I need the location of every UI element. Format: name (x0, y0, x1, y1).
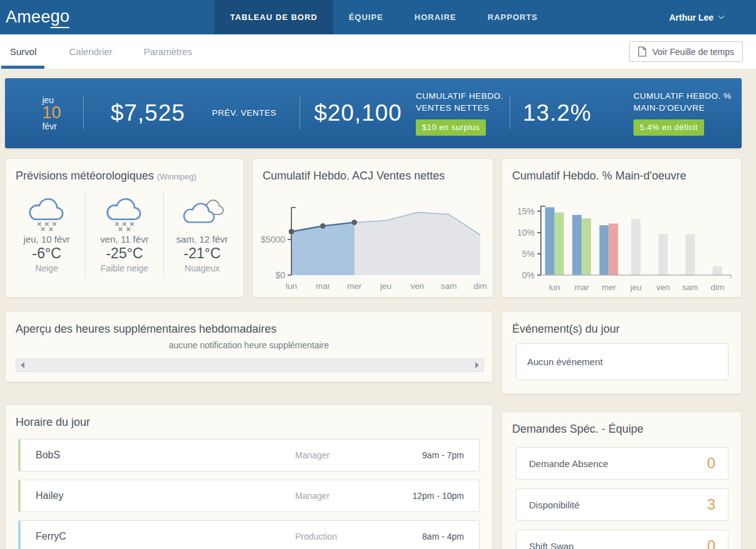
overtime-card: Aperçu des heures supplémentaires hebdom… (5, 311, 493, 382)
svg-text:sam: sam (441, 281, 457, 291)
tab-calendrier[interactable]: Calendrier (69, 34, 113, 69)
svg-text:ven: ven (657, 283, 670, 292)
overtime-empty-message: aucune notification heure supplémentaire (6, 340, 492, 350)
svg-text:$5000: $5000 (261, 234, 285, 244)
view-timesheet-button[interactable]: Voir Feuille de temps (629, 41, 743, 62)
net-sales-label-line2: VENTES NETTES (416, 103, 510, 114)
request-label: Shift Swap (529, 541, 574, 549)
weather-condition: Neige (8, 263, 85, 273)
svg-text:15%: 15% (517, 206, 535, 216)
arrow-left-icon[interactable] (21, 362, 24, 368)
employee-name: FerryC (36, 531, 295, 542)
request-count: 0 (707, 455, 715, 472)
weather-location: (Winnipeg) (157, 172, 196, 181)
schedule-row-hailey[interactable]: Hailey Manager 12pm - 10pm (18, 480, 480, 512)
nav-tab-horaire[interactable]: HORAIRE (399, 0, 472, 34)
nav-tab-equipe[interactable]: ÉQUIPE (333, 0, 399, 34)
request-rows: Demande Absence 0 Disponibilité 3 Shift … (502, 440, 741, 549)
weather-temp: -6°C (8, 245, 85, 262)
top-cards-row: Prévisions météorologiques (Winnipeg) je… (5, 158, 742, 298)
svg-text:jeu: jeu (380, 281, 391, 291)
svg-text:lun: lun (286, 281, 297, 291)
svg-text:mar: mar (575, 283, 590, 292)
overtime-horizontal-scrollbar[interactable] (16, 358, 484, 372)
weather-day-2: sam, 12 févr -21°C Nuageux (164, 193, 241, 278)
logo-text-underlined: go (51, 7, 70, 28)
arrow-right-icon[interactable] (475, 362, 479, 368)
employee-role: Production (295, 531, 389, 541)
employee-name: BobS (36, 450, 295, 461)
daily-schedule-card: Horaire du jour BobS Manager 9am - 7pm H… (5, 405, 493, 549)
weather-title-text: Prévisions météorologiques (16, 169, 154, 182)
banner-date-month: févr (42, 122, 61, 131)
net-sales-chart-card: Cumulatif Hebdo. ACJ Ventes nettes $0$50… (252, 158, 493, 298)
net-sales-value: $20,100 (300, 100, 416, 126)
logo-text: Amee (6, 8, 51, 27)
overtime-title: Aperçu des heures supplémentaires hebdom… (6, 312, 492, 340)
weather-day-0: jeu, 10 févr -6°C Neige (8, 193, 86, 278)
schedule-row-ferryc[interactable]: FerryC Production 8am - 4pm (18, 520, 480, 549)
svg-text:jeu: jeu (630, 283, 642, 292)
user-menu[interactable]: Arthur Lee (669, 0, 756, 34)
svg-text:dim: dim (473, 281, 487, 291)
svg-text:mer: mer (602, 283, 617, 292)
snow-cloud-icon (86, 194, 163, 234)
ameego-logo[interactable]: Ameego (0, 0, 214, 34)
request-row-absence[interactable]: Demande Absence 0 (516, 447, 728, 480)
labour-label-line1: CUMULATIF HEBDO. % (633, 91, 742, 103)
net-sales-surplus-badge: $10 en surplus (416, 119, 486, 136)
events-title: Événement(s) du jour (502, 312, 741, 340)
events-empty-box: Aucun événement (516, 343, 728, 380)
svg-text:0%: 0% (522, 270, 535, 280)
schedule-row-bobs[interactable]: BobS Manager 9am - 7pm (18, 439, 480, 471)
page-content: jeu 10 févr $7,525 PRÉV. VENTES $20,100 … (0, 69, 756, 549)
chevron-down-icon (718, 13, 725, 19)
svg-text:mer: mer (347, 281, 362, 291)
svg-text:dim: dim (710, 283, 724, 292)
weather-temp: -21°C (164, 245, 241, 262)
weather-condition: Nuageux (164, 263, 241, 273)
svg-text:$0: $0 (275, 270, 285, 280)
request-row-disponibilite[interactable]: Disponibilité 3 (516, 488, 728, 521)
weather-condition: Faible neige (86, 263, 163, 273)
labour-pct-bar-chart: lunmarmerjeuvensamdim0%5%10%15% (502, 186, 741, 298)
requests-title: Demandes Spéc. - Équipe (502, 412, 741, 440)
top-navbar: Ameego TABLEAU DE BORD ÉQUIPE HORAIRE RA… (0, 0, 756, 34)
forecast-sales-value: $7,525 (84, 100, 212, 126)
main-nav-tabs: TABLEAU DE BORD ÉQUIPE HORAIRE RAPPORTS (214, 0, 553, 34)
team-requests-card: Demandes Spéc. - Équipe Demande Absence … (501, 411, 742, 549)
forecast-sales-label: PRÉV. VENTES (212, 108, 300, 119)
lower-grid: Aperçu des heures supplémentaires hebdom… (5, 311, 742, 549)
svg-text:5%: 5% (522, 249, 535, 259)
svg-text:ven: ven (410, 281, 424, 291)
document-icon (638, 46, 647, 57)
labour-pct-value: 13.2% (510, 100, 604, 126)
weather-date: ven, 11 févr (86, 234, 163, 244)
view-timesheet-label: Voir Feuille de temps (652, 47, 734, 57)
labour-pct-chart-title: Cumulatif Hebdo. % Main-d'oeuvre (502, 159, 741, 186)
request-count: 3 (707, 496, 715, 513)
labour-pct-chart-card: Cumulatif Hebdo. % Main-d'oeuvre lunmarm… (501, 158, 742, 298)
shift-time: 8am - 4pm (389, 531, 464, 541)
banner-date-day: 10 (42, 104, 61, 122)
request-label: Demande Absence (529, 458, 608, 469)
nav-tab-tableau-de-bord[interactable]: TABLEAU DE BORD (214, 0, 333, 34)
user-name: Arthur Lee (669, 13, 713, 23)
snow-cloud-icon (8, 194, 85, 234)
svg-text:mar: mar (316, 281, 331, 291)
net-sales-chart-title: Cumulatif Hebdo. ACJ Ventes nettes (253, 159, 493, 186)
net-sales-area-chart: $0$5000lunmarmerjeuvensamdim (253, 186, 493, 298)
left-column: Aperçu des heures supplémentaires hebdom… (5, 311, 493, 549)
svg-text:sam: sam (682, 283, 698, 292)
schedule-title: Horaire du jour (6, 405, 492, 433)
weather-date: sam, 12 févr (164, 234, 241, 244)
tab-survol[interactable]: Survol (10, 34, 37, 69)
labour-label-line2: MAIN-D'OEUVRE (633, 103, 742, 114)
weather-card-title: Prévisions météorologiques (Winnipeg) (6, 159, 243, 186)
banner-date: jeu 10 févr (5, 96, 83, 131)
request-row-shift-swap[interactable]: Shift Swap 0 (516, 530, 728, 549)
labour-pct-label: CUMULATIF HEBDO. % MAIN-D'OEUVRE 5.4% en… (604, 91, 742, 136)
employee-role: Manager (295, 491, 389, 501)
nav-tab-rapports[interactable]: RAPPORTS (472, 0, 553, 34)
tab-parametres[interactable]: Paramètres (144, 34, 193, 69)
